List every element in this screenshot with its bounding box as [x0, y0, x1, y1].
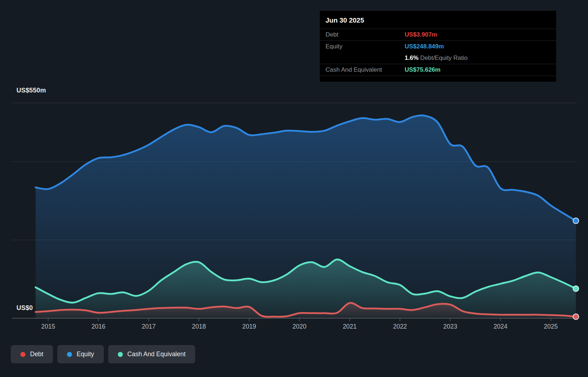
x-tick-label-2025: 2025	[544, 323, 558, 330]
y-axis-label-0: US$0	[16, 304, 33, 312]
x-tick-label-2015: 2015	[41, 323, 55, 330]
tooltip-row-equity: Equity US$248.849m	[320, 41, 556, 52]
legend-item-debt[interactable]: Debt	[11, 345, 53, 363]
y-axis-label-550m: US$550m	[16, 87, 46, 94]
tooltip-equity-value: US$248.849m	[405, 43, 444, 50]
chart-legend: Debt Equity Cash And Equivalent	[11, 345, 195, 363]
x-tick-label-2023: 2023	[443, 323, 457, 330]
x-axis: 2015201620172018201920202021202220232024…	[12, 318, 577, 330]
x-tick-label-2016: 2016	[91, 323, 105, 330]
tooltip-equity-label: Equity	[320, 43, 405, 50]
x-tick-label-2017: 2017	[142, 323, 156, 330]
tooltip-ratio-label: Debt/Equity Ratio	[420, 54, 467, 61]
debt-equity-chart-page: 2015201620172018201920202021202220232024…	[0, 0, 588, 377]
x-tick-label-2018: 2018	[192, 323, 206, 330]
chart-tooltip: Jun 30 2025 Debt US$3.907m Equity US$248…	[320, 11, 556, 82]
cash-and-equivalent-end-marker	[573, 286, 579, 291]
debt-swatch-icon	[20, 352, 25, 357]
legend-item-cash[interactable]: Cash And Equivalent	[108, 345, 195, 363]
x-tick-label-2022: 2022	[393, 323, 407, 330]
tooltip-debt-value: US$3.907m	[405, 31, 437, 38]
tooltip-row-debt: Debt US$3.907m	[320, 29, 556, 41]
x-tick-label-2021: 2021	[343, 323, 357, 330]
tooltip-row-ratio: 1.6% Debt/Equity Ratio	[320, 52, 556, 64]
tooltip-ratio-text: 1.6% Debt/Equity Ratio	[405, 54, 468, 62]
tooltip-cash-value: US$75.626m	[405, 66, 440, 73]
tooltip-row-cash: Cash And Equivalent US$75.626m	[320, 64, 556, 76]
tooltip-debt-label: Debt	[320, 31, 405, 38]
x-tick-label-2019: 2019	[242, 323, 256, 330]
tooltip-date: Jun 30 2025	[320, 11, 556, 29]
legend-equity-label: Equity	[77, 350, 94, 358]
series-areas	[35, 115, 576, 318]
x-tick-label-2020: 2020	[293, 323, 307, 330]
legend-debt-label: Debt	[30, 350, 43, 358]
legend-item-equity[interactable]: Equity	[57, 345, 104, 363]
legend-cash-label: Cash And Equivalent	[127, 350, 185, 358]
equity-end-marker	[573, 218, 579, 224]
cash-swatch-icon	[118, 352, 123, 357]
x-tick-label-2024: 2024	[493, 323, 507, 330]
tooltip-ratio-value: 1.6%	[405, 54, 419, 61]
tooltip-cash-label: Cash And Equivalent	[320, 66, 405, 73]
debt-end-marker	[573, 314, 579, 320]
equity-swatch-icon	[67, 352, 72, 357]
